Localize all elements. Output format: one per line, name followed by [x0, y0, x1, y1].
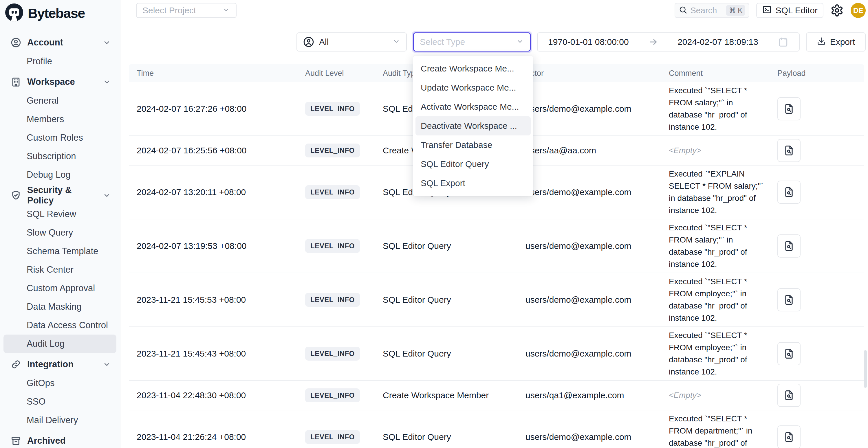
audit-level-badge: LEVEL_INFO — [305, 388, 360, 402]
main-content: Select Project Search ⌘ K SQL Editor DE — [120, 0, 868, 448]
topbar-actions: Search ⌘ K SQL Editor DE — [675, 3, 866, 18]
sidebar-section-label: Integration — [27, 359, 97, 370]
person-circle-icon — [303, 36, 314, 48]
brand-name: Bytebase — [28, 5, 85, 21]
sidebar-section-integration[interactable]: Integration — [0, 355, 120, 374]
sidebar-item-custom-approval[interactable]: Custom Approval — [3, 279, 116, 297]
sidebar-item-custom-roles[interactable]: Custom Roles — [3, 128, 116, 147]
type-filter-select[interactable]: Select Type — [413, 32, 531, 52]
payload-view-button[interactable] — [777, 97, 801, 120]
cell-time: 2024-02-07 13:19:53 +08:00 — [129, 241, 298, 251]
export-button[interactable]: Export — [806, 32, 866, 52]
cell-time: 2024-02-07 16:27:26 +08:00 — [129, 104, 298, 114]
filter-bar: All Select Type 1970-01-01 08:00:00 2024… — [120, 32, 868, 52]
creator-filter-value: All — [319, 37, 388, 47]
cell-payload — [770, 288, 864, 311]
cell-time: 2023-11-04 22:48:30 +08:00 — [129, 390, 298, 400]
sidebar-item-subscription[interactable]: Subscription — [3, 147, 116, 165]
table-row: 2023-11-04 21:26:24 +08:00LEVEL_INFOSQL … — [129, 410, 864, 448]
sidebar-item-debug-log[interactable]: Debug Log — [3, 165, 116, 184]
sidebar-section-workspace[interactable]: Workspace — [0, 72, 120, 91]
audit-level-badge: LEVEL_INFO — [305, 143, 360, 157]
type-filter-placeholder: Select Type — [420, 37, 516, 47]
search-input[interactable]: Search ⌘ K — [675, 3, 749, 18]
payload-view-button[interactable] — [777, 234, 801, 258]
payload-view-button[interactable] — [777, 139, 801, 162]
cell-audit-type: SQL Editor Query — [375, 295, 518, 305]
column-header-actor: Actor — [518, 69, 661, 78]
cell-payload — [770, 139, 864, 162]
cell-payload — [770, 342, 864, 365]
sql-editor-button[interactable]: SQL Editor — [756, 3, 824, 18]
project-select[interactable]: Select Project — [136, 3, 237, 18]
cell-comment: Executed `"SELECT * FROM department;"` i… — [661, 413, 770, 448]
date-range-end: 2024-02-07 18:09:13 — [678, 37, 758, 47]
cell-payload — [770, 181, 864, 204]
sidebar-item-sql-review[interactable]: SQL Review — [3, 205, 116, 223]
cell-actor: users/aa@aa.com — [518, 146, 661, 155]
bytebase-logo[interactable]: Bytebase — [0, 0, 120, 26]
export-label: Export — [830, 37, 855, 47]
type-option-transfer-database[interactable]: Transfer Database — [415, 135, 531, 155]
cell-comment: Executed `"SELECT * FROM salary;"` in da… — [661, 222, 770, 270]
settings-gear-icon[interactable] — [830, 4, 844, 17]
sidebar-item-risk-center[interactable]: Risk Center — [3, 260, 116, 279]
cell-audit-type: SQL Editor Query — [375, 349, 518, 359]
sidebar-item-mail-delivery[interactable]: Mail Delivery — [3, 411, 116, 429]
chevron-down-icon — [392, 37, 400, 46]
type-option-activate-workspace-me[interactable]: Activate Workspace Me... — [415, 97, 531, 116]
sidebar-item-audit-log[interactable]: Audit Log — [3, 334, 116, 353]
search-shortcut-badge: ⌘ K — [726, 5, 746, 15]
sidebar-section-label: Security & Policy — [27, 185, 97, 206]
sidebar-item-data-masking[interactable]: Data Masking — [3, 297, 116, 316]
sidebar-item-general[interactable]: General — [3, 91, 116, 110]
type-option-create-workspace-me[interactable]: Create Workspace Me... — [415, 59, 531, 78]
cell-time: 2024-02-07 16:25:56 +08:00 — [129, 146, 298, 155]
download-icon — [817, 36, 826, 48]
scrollbar-thumb[interactable] — [864, 350, 867, 388]
sidebar-item-gitops[interactable]: GitOps — [3, 374, 116, 392]
column-header-audit-level: Audit Level — [298, 69, 375, 78]
cell-actor: users/qa1@example.com — [518, 390, 661, 400]
sidebar-item-schema-template[interactable]: Schema Template — [3, 242, 116, 260]
payload-view-button[interactable] — [777, 425, 801, 448]
payload-view-button[interactable] — [777, 288, 801, 311]
table-row: 2024-02-07 13:19:53 +08:00LEVEL_INFOSQL … — [129, 219, 864, 273]
sidebar-item-data-access-control[interactable]: Data Access Control — [3, 316, 116, 334]
sidebar-section-archived[interactable]: Archived — [0, 431, 120, 448]
type-option-deactivate-workspace[interactable]: Deactivate Workspace ... — [415, 116, 531, 135]
column-header-payload: Payload — [770, 69, 864, 78]
sidebar-item-sso[interactable]: SSO — [3, 392, 116, 411]
sidebar-section-label: Account — [27, 37, 97, 48]
type-option-sql-export[interactable]: SQL Export — [415, 174, 531, 193]
terminal-icon — [762, 5, 772, 17]
cell-actor: users/demo@example.com — [518, 241, 661, 251]
sidebar-item-slow-query[interactable]: Slow Query — [3, 223, 116, 242]
creator-filter-select[interactable]: All — [297, 32, 407, 52]
payload-view-button[interactable] — [777, 384, 801, 407]
user-circle-icon — [10, 37, 22, 48]
payload-view-button[interactable] — [777, 342, 801, 365]
cell-comment: <Empty> — [661, 389, 770, 402]
link-icon — [10, 359, 22, 370]
type-option-update-workspace-me[interactable]: Update Workspace Me... — [415, 78, 531, 97]
sidebar-section-security-policy[interactable]: Security & Policy — [0, 186, 120, 205]
cell-comment: Executed `"SELECT * FROM employee;"` in … — [661, 276, 770, 324]
sql-editor-label: SQL Editor — [775, 5, 817, 15]
audit-level-badge: LEVEL_INFO — [305, 185, 360, 199]
audit-level-badge: LEVEL_INFO — [305, 293, 360, 307]
cell-payload — [770, 425, 864, 448]
sidebar-item-members[interactable]: Members — [3, 110, 116, 128]
sidebar-item-profile[interactable]: Profile — [3, 52, 116, 71]
bytebase-app: Bytebase AccountProfileWorkspaceGeneralM… — [0, 0, 868, 448]
sidebar-section-account[interactable]: Account — [0, 33, 120, 52]
cell-actor: users/demo@example.com — [518, 432, 661, 442]
user-avatar[interactable]: DE — [850, 3, 866, 18]
cell-audit-level: LEVEL_INFO — [298, 430, 375, 444]
date-range-picker[interactable]: 1970-01-01 08:00:00 2024-02-07 18:09:13 — [537, 32, 800, 52]
cell-payload — [770, 97, 864, 120]
sidebar: Bytebase AccountProfileWorkspaceGeneralM… — [0, 0, 120, 448]
type-option-sql-editor-query[interactable]: SQL Editor Query — [415, 155, 531, 174]
cell-audit-level: LEVEL_INFO — [298, 293, 375, 307]
payload-view-button[interactable] — [777, 181, 801, 204]
